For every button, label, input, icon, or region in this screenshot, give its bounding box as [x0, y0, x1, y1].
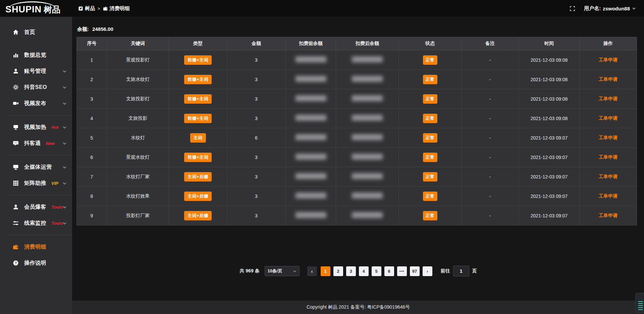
type-tag-label: 前缀+主词 [184, 75, 212, 84]
page-button-97[interactable]: 97 [410, 266, 420, 276]
redacted-balance [296, 56, 326, 62]
sidebar-item-member-baoke[interactable]: 会员爆客Tools [0, 199, 72, 215]
sidebar-item-all-media-operation[interactable]: 全媒体运营 [0, 159, 72, 175]
work-order-link[interactable]: 工单申请 [599, 115, 618, 121]
sidebar-item-operation-guide[interactable]: ?操作说明 [0, 255, 72, 271]
work-order-link[interactable]: 工单申请 [599, 174, 618, 179]
time-cell: 2021-12-03 09:07 [519, 167, 580, 187]
sidebar-item-data-overview[interactable]: 数据总览 [0, 47, 72, 63]
pagination-ellipsis[interactable]: ••• [397, 266, 407, 276]
page-size-select[interactable]: 10条/页 [265, 266, 300, 276]
table-row: 7水纹灯厂家主词+后缀3正常-2021-12-03 09:07工单申请 [77, 167, 637, 187]
video-camera-icon [13, 100, 19, 106]
amount-cell: 6 [227, 128, 286, 148]
sidebar-nav: 首页数据总览账号管理抖音SEO视频发布视频加热Hot抖客通New全媒体运营矩阵助… [0, 24, 72, 271]
goto-page-input[interactable] [453, 266, 469, 276]
balance-after-redacted [336, 128, 399, 148]
status-tag-label: 正常 [423, 94, 437, 104]
breadcrumb-item-shupin[interactable]: 树品 [78, 5, 95, 12]
column-header: 扣费前余额 [286, 37, 336, 50]
redacted-balance [352, 193, 383, 199]
breadcrumb-label: 树品 [85, 5, 95, 12]
amount-cell: 3 [227, 206, 286, 225]
sidebar-item-label: 视频加热 [24, 124, 46, 131]
redacted-balance [296, 115, 326, 121]
status-tag: 正常 [399, 109, 462, 128]
balance-after-redacted [336, 70, 399, 89]
breadcrumb-item-consumption-detail[interactable]: 消费明细 [103, 5, 130, 12]
time-cell: 2021-12-03 09:07 [519, 148, 580, 167]
monitor-icon [13, 164, 19, 170]
page-button-4[interactable]: 4 [359, 266, 369, 276]
work-order-link[interactable]: 工单申请 [599, 154, 618, 160]
redacted-balance [352, 76, 383, 82]
page-button-2[interactable]: 2 [333, 266, 343, 276]
user-dropdown[interactable]: 用户名: zswodun88 [584, 5, 636, 12]
prev-page-button[interactable]: ‹ [307, 266, 317, 276]
next-page-button[interactable]: › [423, 266, 432, 276]
sidebar-item-label: 账号管理 [24, 68, 46, 75]
sidebar-item-douketong[interactable]: 抖客通New [0, 135, 72, 151]
chat-icon [13, 140, 19, 146]
sidebar-item-home[interactable]: 首页 [0, 24, 72, 40]
sidebar-item-video-heating[interactable]: 视频加热Hot [0, 119, 72, 135]
column-header: 备注 [462, 37, 519, 50]
row-index: 7 [77, 167, 107, 187]
sidebar-item-matrix-boost[interactable]: 矩阵助推VIP [0, 175, 72, 191]
type-tag: 前缀+主词 [169, 148, 227, 167]
work-order-link[interactable]: 工单申请 [599, 57, 618, 62]
fullscreen-icon[interactable] [570, 6, 575, 11]
page-button-5[interactable]: 5 [372, 266, 381, 276]
type-tag: 前缀+主词 [169, 109, 227, 128]
redacted-balance [296, 212, 326, 218]
type-tag-label: 前缀+主词 [184, 153, 212, 162]
balance-before-redacted [286, 70, 336, 89]
status-tag-label: 正常 [423, 114, 437, 123]
keyword-cell: 水纹灯效果 [107, 187, 169, 206]
balance-before-redacted [286, 148, 336, 167]
work-order-link[interactable]: 工单申请 [599, 76, 618, 82]
balance-before-redacted [286, 89, 336, 109]
page-button-1[interactable]: 1 [321, 266, 330, 276]
sidebar-item-consumption-detail[interactable]: 消费明细 [0, 239, 72, 255]
sidebar-divider [7, 195, 72, 195]
sidebar-item-clue-monitor[interactable]: 线索监控Tools [0, 215, 72, 231]
sidebar-item-douyin-seo[interactable]: 抖音SEO [0, 79, 72, 95]
amount-cell: 3 [227, 89, 286, 109]
keyword-cell: 水纹灯厂家 [107, 167, 169, 187]
sidebar-item-video-publish[interactable]: 视频发布 [0, 95, 72, 111]
corner-widget[interactable] [635, 293, 644, 312]
chevron-down-icon [62, 101, 67, 106]
row-index: 5 [77, 128, 107, 148]
member-icon [13, 204, 19, 210]
page-button-3[interactable]: 3 [346, 266, 356, 276]
sidebar-item-label: 操作说明 [24, 260, 46, 267]
remark-cell: - [462, 89, 519, 109]
svg-text:?: ? [15, 261, 17, 265]
remark-cell: - [462, 187, 519, 206]
work-order-link[interactable]: 工单申请 [599, 193, 618, 199]
work-order-link: 工单申请 [580, 167, 637, 187]
breadcrumb-label: 消费明细 [110, 5, 130, 12]
sidebar-item-badge: Hot [51, 125, 59, 130]
page-size-value: 10条/页 [268, 268, 282, 274]
sidebar-item-account-management[interactable]: 账号管理 [0, 63, 72, 79]
redacted-balance [352, 134, 383, 140]
column-header: 时间 [519, 37, 580, 50]
keyword-cell: 投影灯厂家 [107, 206, 169, 225]
pagination-total: 共 969 条 [239, 268, 259, 274]
keyword-cell: 文旅投影灯 [107, 89, 169, 109]
sidebar-item-label: 消费明细 [24, 244, 46, 251]
page-button-6[interactable]: 6 [384, 266, 394, 276]
table-row: 5水纹灯主词6正常-2021-12-03 09:07工单申请 [77, 128, 637, 148]
brand-logo: SHUPIN 树品 [0, 0, 72, 17]
work-order-link[interactable]: 工单申请 [599, 135, 618, 140]
status-tag: 正常 [399, 148, 462, 167]
type-tag-label: 前缀+主词 [184, 55, 212, 65]
question-icon: ? [13, 260, 19, 266]
balance-after-redacted [336, 89, 399, 109]
keyword-cell: 文旅投影 [107, 109, 169, 128]
redacted-balance [352, 95, 383, 101]
work-order-link[interactable]: 工单申请 [599, 96, 618, 101]
work-order-link[interactable]: 工单申请 [599, 213, 618, 218]
